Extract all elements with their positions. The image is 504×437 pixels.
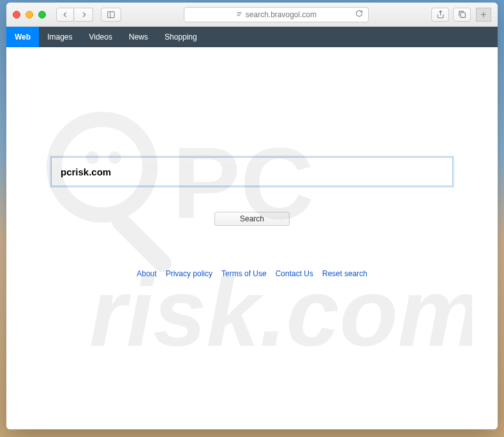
svg-rect-0: [108, 11, 115, 17]
reload-button[interactable]: [355, 10, 363, 19]
footer-link-reset[interactable]: Reset search: [322, 269, 367, 278]
tab-label: News: [129, 33, 148, 41]
search-area: Search About Privacy policy Terms of Use…: [6, 47, 498, 278]
close-window-button[interactable]: [13, 11, 20, 19]
tab-images[interactable]: Images: [39, 27, 80, 47]
tab-videos[interactable]: Videos: [80, 27, 120, 47]
forward-button[interactable]: [75, 8, 93, 22]
footer-link-privacy[interactable]: Privacy policy: [166, 269, 212, 278]
tab-label: Web: [15, 33, 31, 41]
window-controls: [13, 11, 46, 19]
tab-label: Shopping: [165, 33, 197, 41]
search-button[interactable]: Search: [214, 212, 290, 226]
nav-back-forward: [56, 8, 93, 22]
tab-label: Videos: [89, 33, 112, 41]
search-input[interactable]: [51, 157, 453, 186]
maximize-window-button[interactable]: [38, 11, 46, 19]
title-bar: search.bravogol.com +: [6, 3, 498, 27]
footer-link-terms[interactable]: Terms of Use: [221, 269, 267, 278]
url-bar[interactable]: search.bravogol.com: [184, 7, 369, 22]
tab-label: Images: [47, 33, 72, 41]
url-text: search.bravogol.com: [246, 10, 316, 19]
tabs-button[interactable]: [453, 8, 471, 22]
tab-web[interactable]: Web: [6, 27, 39, 47]
back-button[interactable]: [56, 8, 74, 22]
page-content: Web Images Videos News Shopping Search A…: [6, 27, 498, 429]
minimize-window-button[interactable]: [26, 11, 33, 19]
svg-rect-6: [460, 13, 465, 18]
sidebar-toggle-button[interactable]: [101, 8, 121, 22]
tab-shopping[interactable]: Shopping: [156, 27, 205, 47]
footer-link-about[interactable]: About: [137, 269, 156, 278]
share-button[interactable]: [431, 8, 449, 22]
footer-link-contact[interactable]: Contact Us: [276, 269, 313, 278]
toolbar-right: +: [431, 8, 491, 22]
footer-links: About Privacy policy Terms of Use Contac…: [137, 269, 367, 278]
reader-icon: [236, 11, 242, 19]
category-tabs: Web Images Videos News Shopping: [6, 27, 498, 47]
tab-news[interactable]: News: [121, 27, 156, 47]
new-tab-button[interactable]: +: [476, 8, 491, 22]
browser-window: search.bravogol.com + Web Images Videos …: [6, 3, 498, 429]
